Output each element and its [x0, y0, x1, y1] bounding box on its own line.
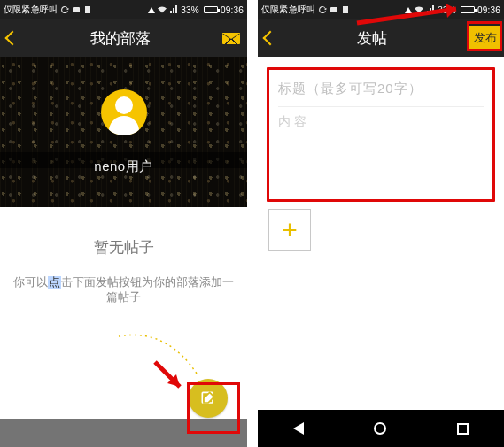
empty-title: 暂无帖子: [0, 237, 247, 258]
phone-right: 仅限紧急呼叫 33%: [258, 0, 504, 447]
page-title: 发帖: [357, 28, 387, 49]
annotation-box: [187, 382, 240, 434]
annotation-box-publish: [467, 21, 502, 51]
annotation-arrow-publish: [353, 2, 469, 28]
wifi-icon: [158, 5, 167, 14]
back-button[interactable]: [263, 31, 278, 46]
phone-left: 仅限紧急呼叫 33%: [0, 0, 247, 447]
nav-bar: 我的部落: [0, 19, 247, 57]
page-title: 我的部落: [90, 28, 151, 49]
clock-text: 09:36: [477, 5, 500, 15]
msg-icon: [72, 5, 81, 14]
system-nav-bar: [258, 410, 504, 447]
note-icon: [83, 5, 92, 14]
signal-icon: [169, 5, 178, 14]
battery-icon: [204, 6, 218, 13]
svg-rect-3: [330, 7, 337, 12]
empty-hint: 你可以点击下面发帖按钮为你的部落添加一篇帖子: [0, 275, 247, 305]
inbox-button[interactable]: [222, 33, 240, 44]
alarm-icon: [148, 7, 155, 13]
carrier-text: 仅限紧急呼叫: [4, 4, 58, 16]
back-button[interactable]: [5, 31, 20, 46]
sys-home-button[interactable]: [374, 422, 386, 435]
sys-back-button[interactable]: [293, 422, 304, 435]
empty-state: 暂无帖子 你可以点击下面发帖按钮为你的部落添加一篇帖子: [0, 207, 247, 305]
sync-icon: [318, 5, 327, 14]
svg-rect-0: [73, 7, 80, 12]
annotation-arrow: [150, 357, 189, 396]
svg-rect-4: [343, 6, 348, 13]
svg-rect-1: [85, 6, 90, 13]
note-icon: [341, 5, 350, 14]
profile-hero: neno用户: [0, 57, 247, 207]
battery-pct: 33%: [181, 5, 199, 15]
sys-recent-button[interactable]: [457, 423, 469, 435]
avatar[interactable]: [101, 89, 147, 135]
username-label: neno用户: [94, 158, 152, 175]
post-form: 标题（最多可写20字） 内容: [267, 67, 495, 202]
sync-icon: [60, 5, 69, 14]
carrier-text: 仅限紧急呼叫: [261, 4, 315, 16]
msg-icon: [330, 5, 338, 14]
add-attachment-button[interactable]: +: [268, 209, 311, 251]
title-input[interactable]: 标题（最多可写20字）: [278, 77, 484, 107]
clock-text: 09:36: [221, 5, 244, 15]
content-input[interactable]: 内容: [278, 107, 484, 130]
status-bar: 仅限紧急呼叫 33%: [0, 0, 247, 19]
